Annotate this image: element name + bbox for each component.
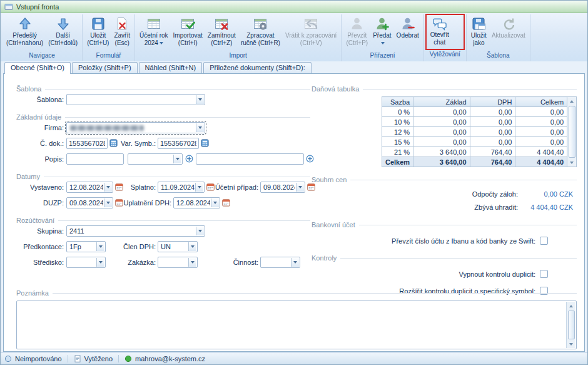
- button-shortcut: (Ctrl+nahoru): [6, 39, 43, 46]
- button-label: Převzít: [347, 32, 367, 39]
- scroll-up-icon[interactable]: [567, 97, 576, 105]
- popis-secondary-input[interactable]: [196, 153, 304, 165]
- varsymb-input[interactable]: [158, 138, 199, 149]
- chevron-down-icon[interactable]: [196, 123, 204, 132]
- scroll-down-icon[interactable]: [567, 158, 576, 167]
- duplicity-checkbox[interactable]: [540, 270, 548, 278]
- clen-dph-combo[interactable]: UN: [158, 241, 198, 252]
- button-label: Předešlý: [13, 32, 37, 39]
- poznamka-textarea[interactable]: [16, 301, 577, 349]
- tax-row[interactable]: 10 %0,000,000,00: [382, 117, 567, 127]
- otevrit-chat-button[interactable]: Otevřít chat: [428, 15, 452, 46]
- odpocty-value: 0,00 CZK: [524, 190, 573, 198]
- scroll-up-icon[interactable]: [567, 302, 575, 310]
- tab-obecne[interactable]: Obecné (Shift+O): [4, 62, 71, 74]
- import-check-icon: [180, 16, 195, 31]
- tax-table-scrollbar[interactable]: [567, 96, 577, 167]
- chevron-down-icon[interactable]: [188, 242, 196, 251]
- vystaveno-date-combo[interactable]: 12.08.2024: [66, 182, 113, 193]
- arrow-up-icon: [18, 16, 33, 31]
- section-title: Rozúčtování: [16, 217, 54, 224]
- right-column: Daňová tabulka Sazba Základ DPH Celkem 0…: [312, 84, 577, 295]
- scroll-thumb[interactable]: [569, 106, 575, 158]
- dalsi-button[interactable]: Další (Ctrl+dolů): [46, 15, 80, 46]
- col-celkem[interactable]: Celkem: [515, 97, 567, 107]
- cinnost-combo[interactable]: [260, 257, 300, 268]
- button-shortcut: (Ctrl+Z): [211, 39, 232, 46]
- uplatneni-dph-date-combo[interactable]: 12.08.2024: [173, 197, 220, 208]
- chevron-down-icon[interactable]: [104, 183, 112, 192]
- col-sazba[interactable]: Sazba: [382, 97, 413, 107]
- chevron-down-icon[interactable]: [291, 258, 299, 267]
- varsymb-label: Var. Symb.:: [121, 140, 156, 147]
- cdok-input[interactable]: [66, 138, 108, 149]
- chevron-down-icon[interactable]: [211, 198, 219, 207]
- splatno-date-combo[interactable]: 11.09.2024: [158, 182, 205, 193]
- ucetni-rok-button[interactable]: Účetní rok 2024: [137, 15, 171, 46]
- chevron-down-icon[interactable]: [188, 258, 196, 267]
- predat-button[interactable]: Předat: [370, 15, 393, 46]
- close-document-icon: [114, 16, 129, 31]
- calendar-icon[interactable]: [222, 198, 230, 207]
- scroll-thumb[interactable]: [568, 311, 575, 339]
- tax-row[interactable]: 0 %0,000,000,00: [382, 107, 567, 117]
- chevron-down-icon[interactable]: [196, 95, 204, 104]
- tab-polozky[interactable]: Položky (Shift+P): [72, 62, 138, 73]
- iban-checkbox[interactable]: [540, 237, 548, 245]
- cdok-label: Č. dok.:: [40, 140, 64, 147]
- sablona-combo[interactable]: [66, 94, 205, 105]
- button-label: Zamítnout: [208, 32, 236, 39]
- ulozit-jako-button[interactable]: Uložit jako: [469, 15, 489, 46]
- zavrit-button[interactable]: Zavřít (Esc): [111, 15, 133, 46]
- poznamka-scrollbar[interactable]: [566, 302, 575, 348]
- predesly-button[interactable]: Předešlý (Ctrl+nahoru): [4, 15, 46, 46]
- tab-strip: Obecné (Shift+O) Položky (Shift+P) Náhle…: [3, 61, 585, 73]
- tax-row[interactable]: 15 %0,000,000,00: [382, 137, 567, 147]
- skupina-combo[interactable]: 2411: [66, 225, 205, 237]
- button-label: Otevřít: [430, 31, 449, 38]
- zpracovat-rucne-button[interactable]: Zpracovat ručně (Ctrl+R): [238, 15, 283, 46]
- col-zaklad[interactable]: Základ: [413, 97, 470, 107]
- iban-label: Převzít číslo účtu z Ibanu a kód banky z…: [392, 237, 535, 245]
- calculator-icon[interactable]: [201, 139, 209, 147]
- save-icon: [91, 16, 106, 31]
- odebrat-button[interactable]: Odebrat: [394, 15, 422, 39]
- chevron-down-icon[interactable]: [104, 198, 112, 207]
- section-datumy: Datumy: [16, 172, 310, 182]
- chevron-down-icon[interactable]: [96, 242, 104, 251]
- calendar-icon[interactable]: [115, 198, 123, 207]
- tax-row[interactable]: 21 %3 640,00764,404 404,40: [382, 147, 567, 157]
- aktualizovat-button: Aktualizovat: [489, 15, 528, 39]
- add-icon[interactable]: [185, 155, 193, 163]
- popis-combo[interactable]: [128, 153, 183, 165]
- section-title: Datumy: [16, 173, 40, 180]
- chevron-down-icon[interactable]: [196, 227, 204, 235]
- predkontace-combo[interactable]: 1Fp: [66, 241, 106, 252]
- group-label-import: Import: [137, 51, 339, 60]
- calendar-icon[interactable]: [206, 183, 215, 191]
- tax-row[interactable]: 12 %0,000,000,00: [382, 127, 567, 137]
- ulozit-button[interactable]: Uložit (Ctrl+U): [84, 15, 111, 46]
- col-dph[interactable]: DPH: [470, 97, 515, 107]
- tab-prilozene-dokumenty[interactable]: Přiložené dokumenty (Shift+D):: [203, 62, 312, 73]
- chevron-down-icon[interactable]: [173, 155, 181, 163]
- zakazka-label: Zakázka:: [128, 259, 156, 266]
- chevron-down-icon[interactable]: [96, 258, 104, 267]
- stredisko-combo[interactable]: [66, 257, 106, 268]
- popis-input[interactable]: [66, 153, 124, 165]
- ucetni-pripad-date-combo[interactable]: 09.08.2024: [260, 182, 305, 193]
- scroll-down-icon[interactable]: [567, 340, 575, 348]
- duzp-date-combo[interactable]: 09.08.2024: [66, 197, 113, 208]
- button-label: Importovat: [173, 32, 203, 39]
- chevron-down-icon[interactable]: [296, 183, 304, 192]
- calculator-icon[interactable]: [109, 139, 118, 147]
- extract-status-text: Vytěženo: [84, 355, 113, 362]
- chevron-down-icon[interactable]: [195, 183, 203, 192]
- zakazka-combo[interactable]: [158, 257, 198, 268]
- section-title: Souhrn cen: [312, 176, 347, 183]
- calendar-icon[interactable]: [115, 183, 123, 191]
- firma-combo[interactable]: [66, 122, 205, 133]
- importovat-button[interactable]: Importovat (Ctrl+I): [171, 15, 205, 46]
- tab-nahled[interactable]: Náhled (Shift+N): [139, 62, 203, 73]
- zamitnout-button[interactable]: Zamítnout (Ctrl+Z): [205, 15, 238, 46]
